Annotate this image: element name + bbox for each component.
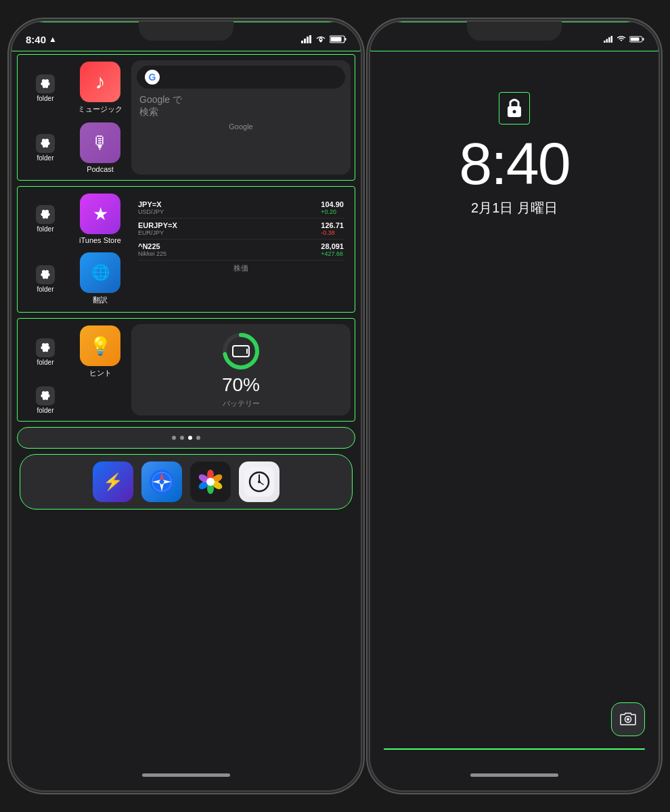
- music-app-label: ミュージック: [78, 104, 122, 114]
- notch: [139, 22, 233, 41]
- battery-widget[interactable]: 70% バッテリー: [131, 324, 351, 415]
- apple-icon-3: [40, 209, 51, 220]
- app-row-empty: folder: [22, 385, 127, 415]
- svg-rect-33: [611, 36, 613, 43]
- left-col-1: folder ♪ ミュージック: [22, 60, 127, 175]
- svg-rect-32: [608, 37, 610, 43]
- safari-compass-icon: [148, 468, 175, 495]
- left-phone: 8:40 ▲: [10, 20, 362, 792]
- translate-icon: 🌐: [91, 264, 110, 281]
- folder-label-podcast: folder: [37, 154, 53, 162]
- left-col-2: folder ★ iTunes Store: [22, 192, 127, 307]
- folder-item-translate[interactable]: folder: [22, 265, 69, 293]
- folder-item-hints[interactable]: folder: [22, 338, 69, 366]
- stock-price-eur: 126.71: [321, 221, 344, 229]
- app-item-podcast[interactable]: 🎙 Podcast: [73, 122, 127, 173]
- battery-label-text: バッテリー: [223, 399, 260, 409]
- mono-icon: [244, 467, 274, 497]
- folder-item-music[interactable]: folder: [22, 74, 69, 102]
- svg-point-40: [627, 718, 629, 721]
- stock-name-n225: ^N225: [138, 242, 166, 250]
- folder-label-hints: folder: [37, 359, 53, 366]
- stock-row-jpy: JPY=X USD/JPY 104.90 +0.20: [138, 198, 344, 219]
- stock-sub-eur: EUR/JPY: [138, 229, 177, 236]
- svg-rect-10: [246, 348, 248, 354]
- stocks-widget[interactable]: JPY=X USD/JPY 104.90 +0.20 EURJPY=X: [131, 192, 351, 307]
- svg-rect-35: [643, 38, 644, 41]
- app-widget-row-1: folder ♪ ミュージック: [22, 60, 351, 175]
- google-search-bar[interactable]: G: [137, 66, 345, 89]
- folder-item-empty[interactable]: folder: [22, 386, 69, 414]
- google-widget[interactable]: G Google で検索 Google: [131, 60, 351, 175]
- photos-icon: [196, 467, 225, 497]
- svg-rect-5: [345, 38, 347, 41]
- dock-shortcuts-icon[interactable]: ⚡: [93, 461, 133, 502]
- camera-icon: [619, 712, 637, 727]
- shortcuts-icon: ⚡: [103, 472, 123, 491]
- translate-app-label: 翻訳: [93, 295, 108, 305]
- stock-sub-jpy: USD/JPY: [138, 208, 164, 215]
- folder-item-podcast[interactable]: folder: [22, 134, 69, 162]
- svg-rect-36: [631, 38, 640, 41]
- svg-rect-30: [604, 41, 606, 43]
- status-icons-right: [604, 36, 644, 43]
- svg-rect-1: [304, 39, 306, 43]
- folder-label-itunes: folder: [37, 225, 53, 233]
- status-icons-left: [301, 35, 347, 43]
- app-item-music[interactable]: ♪ ミュージック: [73, 62, 127, 114]
- svg-point-24: [206, 478, 215, 486]
- hints-bulb-icon: 💡: [89, 336, 111, 357]
- dot-3-active: [188, 436, 192, 440]
- page-dots-container: [17, 427, 355, 449]
- stock-price-n225: 28,091: [321, 242, 344, 250]
- app-row-hints: folder 💡 ヒント: [22, 324, 127, 380]
- lock-date: 2月1日 月曜日: [471, 199, 558, 217]
- podcast-icon: 🎙: [91, 133, 109, 154]
- app-row-translate: folder 🌐 翻訳: [22, 251, 127, 307]
- app-item-hints[interactable]: 💡 ヒント: [73, 325, 127, 378]
- apple-icon-6: [40, 390, 51, 401]
- stock-change-eur: -0.38: [321, 229, 344, 236]
- power-button[interactable]: [361, 123, 362, 177]
- folder-icon-small-5: [36, 338, 55, 357]
- dot-1: [172, 436, 176, 440]
- lock-bottom-bar: [384, 748, 645, 750]
- home-indicator-left: [142, 773, 230, 777]
- dock-mono-icon[interactable]: [239, 461, 280, 502]
- svg-rect-6: [331, 37, 342, 42]
- folder-item-itunes[interactable]: folder: [22, 205, 69, 233]
- lock-icon-container: [499, 92, 530, 125]
- app-item-itunes[interactable]: ★ iTunes Store: [73, 194, 127, 244]
- itunes-star-icon: ★: [93, 204, 108, 225]
- app-widget-row-3: folder 💡 ヒント: [22, 324, 351, 415]
- stock-row-eur: EURJPY=X EUR/JPY 126.71 -0.38: [138, 219, 344, 240]
- app-widget-row-2: folder ★ iTunes Store: [22, 192, 351, 307]
- stock-row-n225: ^N225 Nikkei 225 28,091 +427.66: [138, 240, 344, 261]
- wifi-icon-right: [617, 36, 626, 43]
- dock: ⚡: [20, 454, 353, 510]
- folder-icon-small-4: [36, 265, 55, 284]
- lock-time: 8:40: [459, 134, 569, 194]
- home-indicator-right: [470, 773, 558, 777]
- left-col-3: folder 💡 ヒント: [22, 324, 127, 415]
- section-itunes-stocks: folder ★ iTunes Store: [17, 186, 355, 313]
- apple-icon-5: [40, 342, 51, 353]
- signal-icon: [301, 35, 312, 43]
- google-g-logo: G: [145, 70, 160, 85]
- apple-icon-4: [40, 269, 51, 280]
- folder-label-music: folder: [37, 95, 53, 102]
- folder-label-translate: folder: [37, 286, 53, 293]
- camera-button[interactable]: [611, 702, 645, 736]
- dot-2: [180, 436, 184, 440]
- svg-rect-2: [307, 37, 309, 43]
- podcast-app-label: Podcast: [87, 165, 114, 173]
- notch-right: [467, 22, 562, 41]
- app-item-translate[interactable]: 🌐 翻訳: [73, 252, 127, 305]
- dock-photos-icon[interactable]: [190, 461, 231, 502]
- power-button-right[interactable]: [658, 123, 660, 177]
- svg-point-38: [513, 110, 516, 114]
- battery-icon: [330, 35, 347, 43]
- svg-rect-31: [606, 39, 608, 43]
- podcast-app-icon: 🎙: [80, 122, 120, 163]
- dock-safari-icon[interactable]: [141, 461, 182, 502]
